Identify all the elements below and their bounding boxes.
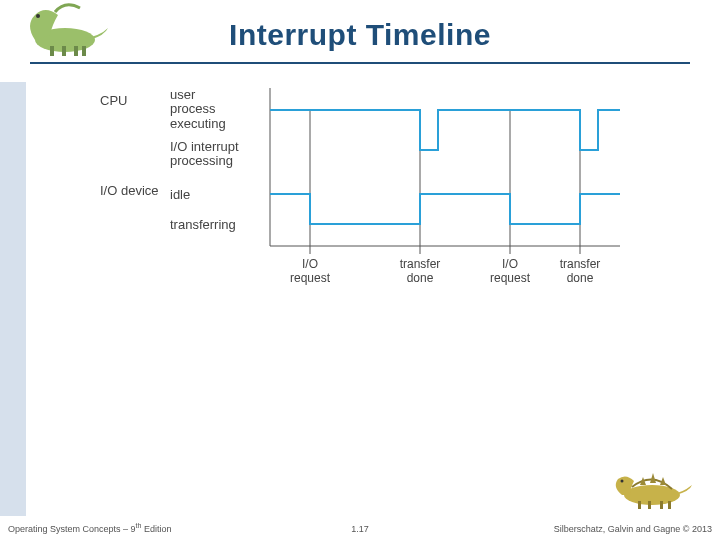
xtick-3-line1: transfer [560, 257, 601, 271]
interrupt-timeline-diagram: CPU I/O device user process executing I/… [120, 88, 640, 308]
footer-page-number: 1.17 [351, 524, 369, 534]
footer-right-text: Silberschatz, Galvin and Gagne © 2013 [554, 524, 712, 534]
title-underline [30, 62, 690, 64]
svg-rect-20 [668, 501, 671, 509]
svg-rect-18 [648, 501, 651, 509]
slide: Interrupt Timeline CPU I/O device user p… [0, 0, 720, 540]
xtick-0-line2: request [290, 271, 331, 285]
footer-left-prefix: Operating System Concepts – 9 [8, 524, 136, 534]
left-sidebar-strip [0, 82, 26, 516]
svg-point-21 [621, 480, 624, 483]
slide-title: Interrupt Timeline [0, 18, 720, 52]
xtick-3-line2: done [567, 271, 594, 285]
xtick-1-line2: done [407, 271, 434, 285]
slide-footer: Operating System Concepts – 9th Edition … [0, 516, 720, 540]
svg-marker-23 [650, 473, 656, 483]
svg-rect-19 [660, 501, 663, 509]
xtick-0-line1: I/O [302, 257, 318, 271]
xtick-1-line1: transfer [400, 257, 441, 271]
svg-rect-17 [638, 501, 641, 509]
xtick-2-line2: request [490, 271, 531, 285]
footer-left-text: Operating System Concepts – 9th Edition [8, 522, 171, 534]
footer-left-suffix: Edition [141, 524, 171, 534]
xtick-2-line1: I/O [502, 257, 518, 271]
timeline-svg: I/O request transfer done I/O request tr… [120, 88, 640, 308]
dinosaur-illustration-bottom-right [612, 467, 692, 512]
